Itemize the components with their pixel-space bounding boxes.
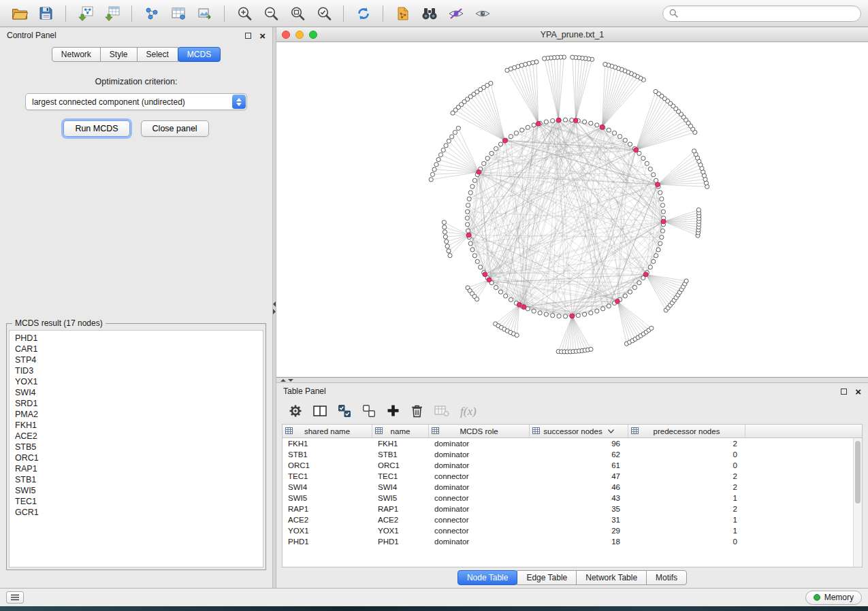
import-network-button[interactable] bbox=[73, 3, 98, 24]
network-graph[interactable] bbox=[276, 42, 868, 377]
export-graphics-button[interactable] bbox=[192, 3, 217, 24]
scrollbar-thumb[interactable] bbox=[855, 441, 861, 503]
horizontal-splitter[interactable] bbox=[276, 378, 868, 383]
mcds-result-item[interactable]: RAP1 bbox=[10, 463, 263, 474]
mcds-result-item[interactable]: TID3 bbox=[10, 365, 263, 376]
mcds-result-item[interactable]: ORC1 bbox=[10, 452, 263, 463]
delete-button[interactable] bbox=[411, 404, 423, 420]
close-panel-button[interactable]: Close panel bbox=[141, 120, 209, 137]
mcds-result-list[interactable]: PHD1CAR1STP4TID3YOX1SWI4SRD1PMA2FKH1ACE2… bbox=[9, 330, 263, 567]
open-file-button[interactable] bbox=[7, 3, 32, 24]
table-row[interactable]: PHD1PHD1dominator180 bbox=[283, 536, 862, 547]
column-header-successor-nodes[interactable]: successor nodes bbox=[530, 425, 628, 437]
settings-button[interactable] bbox=[289, 404, 302, 420]
table-row[interactable]: SWI4SWI4dominator462 bbox=[283, 482, 862, 493]
search-input[interactable] bbox=[682, 9, 854, 18]
mcds-result-item[interactable]: GCR1 bbox=[10, 507, 263, 518]
mcds-result-item[interactable]: SRD1 bbox=[10, 398, 263, 409]
column-header-predecessor-nodes[interactable]: predecessor nodes bbox=[628, 425, 745, 437]
collapse-left-icon[interactable] bbox=[273, 301, 276, 307]
mcds-result-item[interactable]: SWI5 bbox=[10, 485, 263, 496]
deselect-all-button[interactable] bbox=[362, 404, 376, 420]
fx-button[interactable]: f(x) bbox=[460, 405, 477, 418]
table-scrollbar[interactable] bbox=[853, 438, 862, 567]
collapse-right-icon[interactable] bbox=[273, 309, 276, 314]
import-table-button[interactable] bbox=[99, 3, 125, 24]
zoom-out-button[interactable] bbox=[258, 3, 283, 24]
run-mcds-button[interactable]: Run MCDS bbox=[63, 120, 129, 137]
main-content: Control Panel × NetworkStyleSelectMCDS O… bbox=[0, 27, 868, 588]
table-row[interactable]: ACE2ACE2connector311 bbox=[283, 514, 862, 525]
memory-button[interactable]: Memory bbox=[805, 591, 862, 605]
columns-button[interactable] bbox=[313, 405, 327, 419]
table-row[interactable]: SWI5SWI5connector431 bbox=[283, 493, 862, 503]
table-row[interactable]: STB1STB1dominator620 bbox=[283, 449, 862, 460]
panel-menu-button[interactable] bbox=[6, 591, 24, 604]
close-panel-icon[interactable]: × bbox=[259, 31, 266, 41]
collapse-up-icon[interactable] bbox=[280, 379, 286, 382]
table-grid-icon bbox=[631, 427, 639, 434]
mcds-result-item[interactable]: YOX1 bbox=[10, 376, 263, 387]
tab-mcds[interactable]: MCDS bbox=[178, 47, 221, 62]
graphics-details-button[interactable] bbox=[443, 3, 468, 24]
mcds-result-item[interactable]: STB5 bbox=[10, 442, 263, 452]
table-row[interactable]: RAP1RAP1dominator352 bbox=[283, 503, 862, 514]
refresh-layout-button[interactable] bbox=[351, 3, 376, 24]
table-cell: YOX1 bbox=[372, 525, 429, 536]
criterion-dropdown[interactable]: largest connected component (undirected) bbox=[25, 93, 247, 110]
tab-style[interactable]: Style bbox=[100, 47, 138, 62]
toolbar-separator bbox=[224, 5, 225, 22]
table-cell: TEC1 bbox=[372, 471, 429, 482]
mcds-result-item[interactable]: CAR1 bbox=[10, 344, 263, 354]
maximize-window-button[interactable] bbox=[309, 31, 317, 39]
mcds-result-item[interactable]: ACE2 bbox=[10, 431, 263, 442]
show-hide-button[interactable] bbox=[470, 3, 495, 24]
zoom-selected-icon bbox=[317, 6, 332, 21]
network-window-title: YPA_prune.txt_1 bbox=[276, 30, 868, 39]
table-row[interactable]: ORC1ORC1dominator610 bbox=[283, 460, 862, 471]
mcds-result-item[interactable]: FKH1 bbox=[10, 420, 263, 431]
table-cell: 2 bbox=[628, 471, 745, 482]
zoom-out-icon bbox=[263, 6, 278, 21]
search-network-button[interactable] bbox=[417, 3, 442, 24]
float-panel-icon[interactable] bbox=[245, 33, 251, 39]
zoom-fit-button[interactable] bbox=[285, 3, 310, 24]
zoom-selected-button[interactable] bbox=[311, 3, 336, 24]
tab-network-table[interactable]: Network Table bbox=[576, 570, 647, 585]
tab-select[interactable]: Select bbox=[137, 47, 178, 62]
table-row[interactable]: TEC1TEC1connector472 bbox=[283, 471, 862, 482]
zoom-in-button[interactable] bbox=[231, 3, 257, 24]
fx-icon: f(x) bbox=[460, 405, 477, 418]
minimize-window-button[interactable] bbox=[295, 31, 304, 39]
mcds-result-item[interactable]: PMA2 bbox=[10, 409, 263, 420]
delete-column-button[interactable] bbox=[434, 405, 449, 419]
network-canvas[interactable] bbox=[276, 42, 868, 377]
column-header-name[interactable]: name bbox=[372, 425, 429, 437]
tab-edge-table[interactable]: Edge Table bbox=[517, 570, 577, 585]
new-table-button[interactable] bbox=[165, 3, 191, 24]
mcds-result-item[interactable]: PHD1 bbox=[10, 333, 263, 344]
table-cell: 47 bbox=[530, 471, 628, 482]
tab-node-table[interactable]: Node Table bbox=[457, 570, 518, 585]
mcds-result-item[interactable]: STB1 bbox=[10, 474, 263, 485]
float-table-panel-icon[interactable] bbox=[841, 389, 847, 395]
column-header-MCDS-role[interactable]: MCDS role bbox=[429, 425, 530, 437]
close-window-button[interactable] bbox=[282, 31, 290, 39]
table-row[interactable]: YOX1YOX1connector291 bbox=[283, 525, 862, 536]
tab-motifs[interactable]: Motifs bbox=[646, 570, 687, 585]
collapse-down-icon[interactable] bbox=[288, 379, 293, 382]
mcds-result-item[interactable]: STP4 bbox=[10, 354, 263, 365]
mcds-result-item[interactable]: TEC1 bbox=[10, 496, 263, 507]
table-row[interactable]: FKH1FKH1dominator962 bbox=[283, 438, 862, 449]
table-cell: ACE2 bbox=[283, 514, 372, 525]
mcds-result-item[interactable]: SWI4 bbox=[10, 387, 263, 398]
new-network-button[interactable] bbox=[139, 3, 164, 24]
copy-document-button[interactable] bbox=[390, 3, 415, 24]
column-header-shared-name[interactable]: shared name bbox=[283, 425, 372, 437]
save-session-button[interactable] bbox=[33, 3, 59, 24]
tab-network[interactable]: Network bbox=[52, 47, 101, 62]
close-table-panel-icon[interactable]: × bbox=[855, 386, 861, 397]
add-button[interactable] bbox=[387, 404, 400, 419]
select-all-button[interactable] bbox=[338, 404, 351, 420]
search-field[interactable] bbox=[662, 5, 861, 22]
